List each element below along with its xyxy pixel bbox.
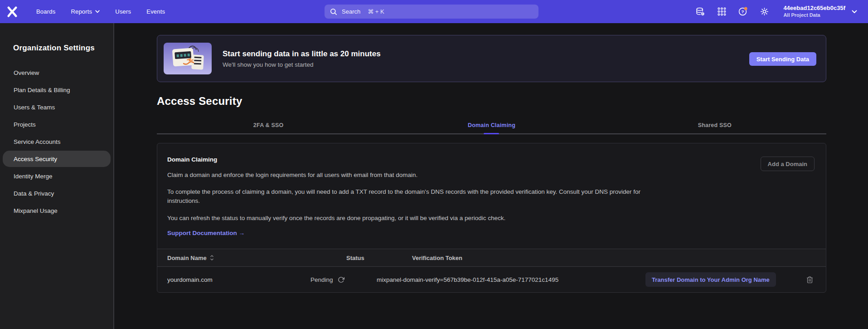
column-label: Domain Name — [167, 255, 207, 261]
sidebar-item-label: Access Security — [14, 156, 57, 162]
card-body: Domain Claiming Claim a domain and enfor… — [157, 143, 826, 249]
row-actions: Transfer Domain to Your Admin Org Name — [645, 272, 826, 287]
sidebar-item-label: Identity Merge — [14, 173, 53, 180]
sidebar-item-data-privacy[interactable]: Data & Privacy — [3, 185, 111, 201]
sidebar-item-projects[interactable]: Projects — [3, 116, 111, 133]
mixpanel-logo-icon — [7, 6, 18, 17]
chevron-down-icon — [95, 10, 100, 13]
sidebar-item-label: Users & Teams — [14, 104, 55, 111]
sidebar-item-label: Mixpanel Usage — [14, 207, 58, 214]
banner-text: Start sending data in as little as 20 mi… — [223, 49, 381, 68]
account-text: 44eebad12c65eb0c35f All Project Data — [783, 5, 845, 18]
sidebar-item-label: Projects — [14, 121, 36, 128]
table-header: Domain Name Status Verification Token — [157, 249, 826, 267]
sidebar-item-plan-details-billing[interactable]: Plan Details & Billing — [3, 82, 111, 98]
sidebar-item-service-accounts[interactable]: Service Accounts — [3, 133, 111, 150]
column-header-domain-name[interactable]: Domain Name — [167, 255, 310, 261]
navbar-right: ? 44eebad12c65eb0c35f All Project Data — [695, 0, 857, 23]
sidebar-item-label: Data & Privacy — [14, 190, 54, 197]
sidebar-item-mixpanel-usage[interactable]: Mixpanel Usage — [3, 202, 111, 219]
sidebar-item-label: Plan Details & Billing — [14, 87, 70, 93]
sidebar-item-label: Overview — [14, 69, 39, 76]
sidebar-item-identity-merge[interactable]: Identity Merge — [3, 168, 111, 184]
getting-started-illustration — [164, 43, 212, 74]
settings-sidebar: Organization Settings Overview Plan Deta… — [0, 23, 114, 329]
sidebar-item-access-security[interactable]: Access Security — [3, 151, 111, 167]
tab-shared-sso[interactable]: Shared SSO — [603, 122, 826, 133]
transfer-domain-button[interactable]: Transfer Domain to Your Admin Org Name — [645, 272, 776, 287]
org-id: 44eebad12c65eb0c35f — [783, 5, 845, 11]
sidebar-item-label: Service Accounts — [14, 138, 61, 145]
search-shortcut: ⌘ + K — [368, 8, 384, 15]
refresh-status-button[interactable] — [338, 276, 345, 283]
tab-label: Shared SSO — [698, 122, 732, 128]
sidebar-title: Organization Settings — [13, 44, 113, 53]
help-icon[interactable]: ? — [738, 7, 748, 17]
refresh-icon — [338, 276, 344, 283]
nav-item-label: Events — [146, 8, 165, 15]
notification-badge — [744, 7, 747, 10]
column-header-verification-token: Verification Token — [377, 255, 645, 261]
main-content: Start sending data in as little as 20 mi… — [115, 23, 868, 329]
card-title: Domain Claiming — [167, 157, 826, 163]
nav-item-label: Reports — [71, 8, 92, 15]
apps-grid-icon[interactable] — [717, 7, 727, 17]
tab-domain-claiming[interactable]: Domain Claiming — [380, 122, 603, 133]
column-label: Status — [346, 255, 364, 261]
card-description-1: Claim a domain and enforce the login req… — [167, 171, 650, 180]
getting-started-banner: Start sending data in as little as 20 mi… — [157, 35, 826, 82]
top-navbar: Boards Reports Users Events Search ⌘ + K — [0, 0, 868, 23]
chevron-down-icon — [852, 10, 857, 14]
active-tab-underline — [484, 133, 499, 134]
data-management-icon[interactable] — [695, 7, 705, 17]
search-placeholder: Search — [342, 8, 360, 15]
nav-item-users[interactable]: Users — [115, 8, 131, 15]
tab-2fa-sso[interactable]: 2FA & SSO — [157, 122, 380, 133]
trash-icon — [806, 276, 814, 284]
search-icon — [330, 8, 337, 15]
navbar-left: Boards Reports Users Events — [6, 0, 165, 23]
card-description-3: You can refresh the status to manually v… — [167, 214, 650, 223]
account-menu[interactable]: 44eebad12c65eb0c35f All Project Data — [783, 5, 857, 18]
domain-table-row: yourdomain.com Pending mixpanel-domain-v… — [157, 267, 826, 292]
sidebar-item-overview[interactable]: Overview — [3, 64, 111, 81]
nav-menu: Boards Reports Users Events — [36, 8, 165, 15]
search-input[interactable]: Search ⌘ + K — [325, 5, 538, 19]
delete-domain-button[interactable] — [806, 275, 814, 284]
nav-item-boards[interactable]: Boards — [36, 8, 55, 15]
page-title: Access Security — [157, 95, 826, 108]
domain-claiming-card: Add a Domain Domain Claiming Claim a dom… — [157, 143, 826, 293]
status-cell: Pending — [310, 276, 377, 283]
column-header-status: Status — [310, 255, 377, 261]
project-name: All Project Data — [783, 12, 845, 18]
domain-name-cell: yourdomain.com — [167, 276, 310, 283]
add-domain-button[interactable]: Add a Domain — [761, 157, 815, 171]
status-text: Pending — [310, 276, 333, 283]
verification-token-cell: mixpanel-domain-verify=567b39be-012f-415… — [377, 276, 645, 283]
card-description-2: To complete the process of claiming a do… — [167, 187, 650, 206]
svg-text:?: ? — [742, 9, 744, 14]
nav-item-label: Boards — [36, 8, 55, 15]
sidebar-list: Overview Plan Details & Billing Users & … — [0, 64, 113, 219]
banner-subtitle: We'll show you how to get started — [223, 61, 381, 68]
support-documentation-link[interactable]: Support Documentation → — [167, 229, 245, 238]
column-label: Verification Token — [412, 255, 462, 261]
mixpanel-app: Boards Reports Users Events Search ⌘ + K — [0, 0, 868, 329]
sort-icon[interactable] — [209, 255, 214, 261]
tab-label: 2FA & SSO — [253, 122, 284, 128]
sidebar-item-users-teams[interactable]: Users & Teams — [3, 99, 111, 115]
mixpanel-logo[interactable] — [6, 6, 18, 18]
tab-label: Domain Claiming — [468, 122, 515, 128]
nav-item-reports[interactable]: Reports — [71, 8, 100, 15]
tab-bar: 2FA & SSO Domain Claiming Shared SSO — [157, 122, 826, 134]
settings-gear-icon[interactable] — [759, 7, 769, 17]
nav-item-label: Users — [115, 8, 131, 15]
banner-title: Start sending data in as little as 20 mi… — [223, 49, 381, 59]
start-sending-data-button[interactable]: Start Sending Data — [749, 52, 816, 66]
nav-item-events[interactable]: Events — [146, 8, 165, 15]
